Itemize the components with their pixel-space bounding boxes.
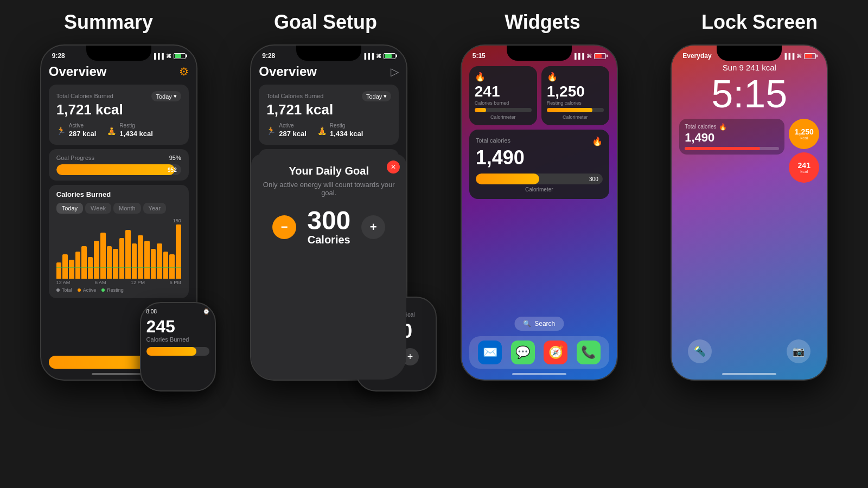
active-label-2: Active [279, 123, 307, 129]
watch-main-number: 245 [146, 318, 209, 335]
total-label-2: Total Calories Burned [266, 93, 323, 99]
widget-progress-large: 300 [476, 174, 603, 184]
legend-active: Active [78, 287, 97, 293]
today-badge[interactable]: Today ▾ [151, 91, 181, 101]
chart-bar [69, 260, 74, 279]
period-tabs: Today Week Month Year [56, 203, 181, 214]
circle1-value: 1,250 [795, 128, 814, 136]
chevron-icon-2: ▾ [384, 93, 387, 100]
phone-content-2: Overview ▷ Total Calories Burned Today ▾… [251, 62, 406, 369]
resting-label-2: Restig [330, 123, 363, 129]
resting-value-2: 1,434 kcal [330, 130, 363, 138]
chart-bar [56, 262, 62, 279]
phone-notch-2 [296, 46, 361, 61]
title-widgets: Widgets [434, 11, 651, 34]
app-title-2: Overview [259, 64, 317, 79]
stepper-minus[interactable]: − [272, 215, 296, 239]
tab-month[interactable]: Month [113, 203, 141, 214]
progress-bar: 952 [56, 164, 181, 175]
wifi-icon-3: ⌘ [586, 53, 592, 59]
widget-goal-num: 300 [589, 176, 598, 182]
widget-large-number: 1,490 [476, 146, 603, 169]
resting-value: 1,434 kcal [119, 130, 152, 138]
tab-today[interactable]: Today [56, 203, 83, 214]
phone-notch-3 [507, 46, 572, 61]
battery-icon [174, 53, 186, 59]
watch-icon: ⌚ [203, 309, 209, 314]
dock-messages[interactable]: 💬 [511, 341, 535, 364]
title-goal-setup: Goal Setup [217, 11, 434, 34]
resting-icon-2: 🧘 [317, 126, 327, 135]
runner-icon-2: 🏃 [266, 126, 276, 135]
watch-sub-label: Calories Burned [146, 336, 209, 343]
widget-fill-2 [547, 108, 592, 112]
chart-legend: Total Active Resting [56, 287, 181, 293]
lock-widget-main: Total calories 🔥 1,490 [679, 119, 784, 155]
stepper-plus[interactable]: + [361, 215, 385, 239]
battery-icon-2 [384, 53, 395, 59]
chart-bar [88, 257, 93, 279]
chart-bar [132, 243, 137, 279]
legend-resting: Resting [101, 287, 124, 293]
screens-row: 9:28 ▐▐▐ ⌘ Overview ⚙ Total Calories Bur… [0, 39, 868, 386]
resting-label: Restig [119, 123, 152, 129]
active-value-2: 287 kcal [279, 130, 307, 138]
watch-time: 8:08 [146, 309, 157, 314]
resting-info-2: Restig 1,434 kcal [330, 123, 363, 138]
chart-bar [151, 249, 156, 279]
goal-phone: 9:28 ▐▐▐ ⌘ Overview ▷ Total Calories Bur… [250, 44, 407, 381]
status-time-3: 5:15 [473, 52, 486, 60]
chart-bar [157, 243, 162, 279]
goal-unit: Calories [307, 234, 350, 246]
tab-week[interactable]: Week [85, 203, 111, 214]
dock-phone[interactable]: 📞 [577, 341, 601, 364]
fire-icon-1: 🔥 [475, 72, 532, 82]
fire-icon-2: 🔥 [547, 72, 604, 82]
status-icons-3: ▐▐▐ ⌘ [572, 53, 605, 59]
camera-button[interactable]: 📷 [787, 339, 810, 363]
card-top-row-2: Total Calories Burned Today ▾ [266, 91, 391, 101]
widget-fill-1 [475, 108, 486, 112]
card-top-row: Total Calories Burned Today ▾ [56, 91, 181, 101]
dock-mail[interactable]: ✉️ [478, 341, 502, 364]
resting-icon: 🧘 [107, 126, 116, 135]
search-pill[interactable]: 🔍 Search [514, 317, 564, 331]
today-badge-2[interactable]: Today ▾ [362, 91, 391, 101]
chart-max: 150 [56, 218, 181, 223]
signal-icon: ▐▐▐ [152, 53, 163, 59]
tab-year[interactable]: Year [143, 203, 166, 214]
total-calories-2: 1,721 kcal [266, 101, 391, 118]
wifi-icon-2: ⌘ [376, 53, 381, 59]
lock-progress-fill [685, 147, 760, 150]
title-lock-screen: Lock Screen [651, 11, 868, 34]
widget-footer-2: Calorimeter [547, 114, 604, 120]
sub-stats-2: 🏃 Active 287 kcal 🧘 Restig 1,434 kcal [266, 123, 391, 138]
widget-label-2: Resting calories [547, 100, 604, 106]
widget-num-1: 241 [475, 84, 532, 99]
flashlight-button[interactable]: 🔦 [688, 339, 712, 363]
resting-stat: 🧘 Restig 1,434 kcal [107, 123, 152, 138]
modal-close-button[interactable]: ✕ [387, 160, 400, 174]
gear-icon[interactable]: ⚙ [179, 65, 189, 78]
lock-fire-icon: 🔥 [719, 123, 727, 131]
home-indicator-4 [722, 373, 776, 375]
phone-notch-4 [717, 46, 782, 61]
chart-bar [119, 238, 125, 279]
active-stat: 🏃 Active 287 kcal [56, 123, 97, 138]
app-name-lock: Everyday [682, 52, 711, 60]
section-titles-row: Summary Goal Setup Widgets Lock Screen [0, 0, 868, 39]
dock-safari[interactable]: 🧭 [544, 341, 567, 364]
chart-bar [125, 230, 131, 279]
widget-progress-1 [475, 108, 532, 112]
resting-dot [101, 288, 105, 292]
chart-bar [138, 235, 143, 279]
lock-time: 5:15 [672, 74, 827, 113]
widget-calorimeter: Calorimeter [476, 187, 603, 192]
label-6am: 6 AM [95, 280, 106, 285]
signal-icon-4: ▐▐▐ [783, 53, 794, 59]
chart-bar [176, 224, 181, 279]
wifi-icon: ⌘ [166, 53, 171, 59]
calories-card-2: Total Calories Burned Today ▾ 1,721 kcal… [259, 85, 399, 145]
status-icons: ▐▐▐ ⌘ [152, 53, 185, 59]
play-icon[interactable]: ▷ [391, 65, 399, 78]
